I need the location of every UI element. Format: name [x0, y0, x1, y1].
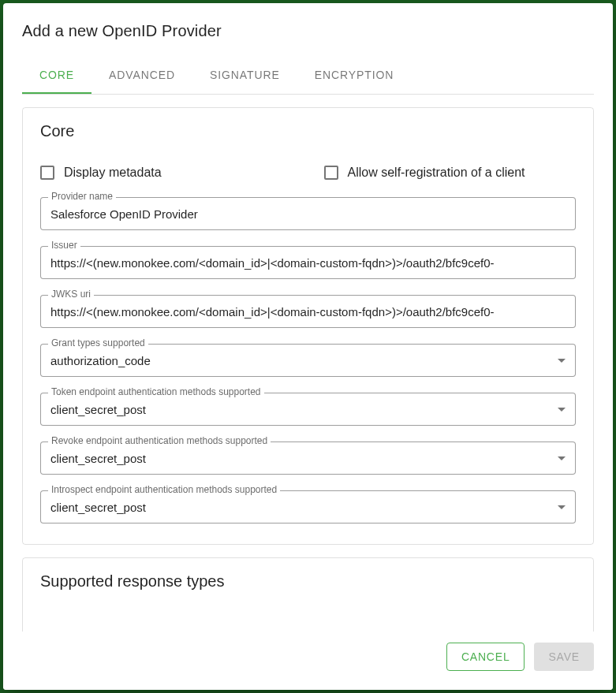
select-value: authorization_code	[50, 354, 151, 367]
allow-self-registration-checkbox[interactable]: Allow self-registration of a client	[324, 166, 577, 180]
caret-down-icon	[558, 408, 566, 412]
caret-down-icon	[558, 359, 566, 363]
tab-encryption[interactable]: Encryption	[297, 58, 412, 94]
select-value: client_secret_post	[50, 403, 146, 416]
dialog-content-scroll[interactable]: Core Advanced Signature Encryption Core …	[3, 53, 613, 632]
supported-response-types-title: Supported response types	[40, 572, 576, 591]
checkbox-icon	[40, 166, 54, 180]
field-label: JWKS uri	[48, 289, 94, 299]
introspect-endpoint-auth-select[interactable]: client_secret_post	[40, 490, 576, 523]
provider-name-input[interactable]	[40, 197, 576, 230]
dialog: Add a new OpenID Provider Core Advanced …	[3, 3, 613, 690]
save-button[interactable]: Save	[534, 643, 594, 671]
token-endpoint-auth-select[interactable]: client_secret_post	[40, 393, 576, 426]
provider-name-field: Provider name	[40, 197, 576, 230]
field-label: Revoke endpoint authentication methods s…	[48, 436, 271, 445]
grant-types-select[interactable]: authorization_code	[40, 344, 576, 377]
select-value: client_secret_post	[50, 452, 146, 465]
field-label: Grant types supported	[48, 338, 148, 348]
field-label: Provider name	[48, 192, 116, 201]
field-label: Introspect endpoint authentication metho…	[48, 485, 280, 494]
caret-down-icon	[558, 505, 566, 509]
tab-bar: Core Advanced Signature Encryption	[22, 58, 594, 95]
revoke-endpoint-auth-field: Revoke endpoint authentication methods s…	[40, 442, 576, 475]
display-metadata-label: Display metadata	[64, 166, 162, 180]
field-label: Token endpoint authentication methods su…	[48, 387, 264, 397]
checkbox-icon	[324, 166, 338, 180]
display-metadata-checkbox[interactable]: Display metadata	[40, 166, 293, 180]
cancel-button[interactable]: Cancel	[446, 643, 525, 671]
caret-down-icon	[558, 456, 566, 460]
jwks-uri-input[interactable]	[40, 295, 576, 328]
dialog-header: Add a new OpenID Provider	[3, 3, 613, 53]
core-checkbox-row: Display metadata Allow self-registration…	[40, 166, 576, 180]
tab-signature[interactable]: Signature	[192, 58, 297, 94]
jwks-uri-field: JWKS uri	[40, 295, 576, 328]
issuer-field: Issuer	[40, 246, 576, 279]
grant-types-field: Grant types supported authorization_code	[40, 344, 576, 377]
revoke-endpoint-auth-select[interactable]: client_secret_post	[40, 442, 576, 475]
introspect-endpoint-auth-field: Introspect endpoint authentication metho…	[40, 490, 576, 523]
field-label: Issuer	[48, 240, 80, 250]
tab-advanced[interactable]: Advanced	[91, 58, 192, 94]
select-value: client_secret_post	[50, 501, 146, 514]
core-card: Core Display metadata Allow self-registr…	[22, 107, 594, 545]
dialog-actions: Cancel Save	[3, 632, 613, 690]
dialog-title: Add a new OpenID Provider	[22, 22, 594, 40]
core-card-title: Core	[40, 122, 576, 140]
issuer-input[interactable]	[40, 246, 576, 279]
allow-self-registration-label: Allow self-registration of a client	[348, 166, 525, 180]
tab-core[interactable]: Core	[22, 58, 91, 94]
supported-response-types-card: Supported response types	[22, 557, 594, 632]
token-endpoint-auth-field: Token endpoint authentication methods su…	[40, 393, 576, 426]
